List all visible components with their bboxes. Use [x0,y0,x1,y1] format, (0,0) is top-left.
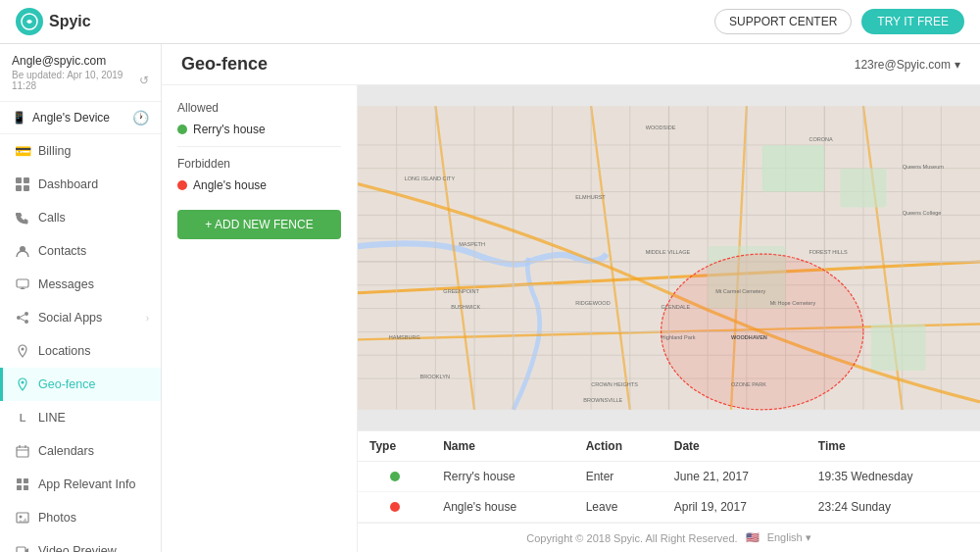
user-account-info: 123re@Spyic.com ▾ [855,58,960,72]
locations-icon [15,343,30,359]
header-actions: SUPPORT CENTER TRY IT FREE [714,9,964,34]
updated-text: Be updated: Apr 10, 2019 11:28 [12,70,135,91]
language-selector[interactable]: English ▾ [767,531,811,544]
action-cell: Leave [574,492,662,523]
svg-line-11 [21,319,24,321]
red-dot-icon [177,180,187,190]
svg-text:RIDGEWOOD: RIDGEWOOD [575,300,610,306]
divider [177,146,341,147]
svg-text:BROOKLYN: BROOKLYN [420,374,450,379]
svg-point-8 [24,312,28,316]
refresh-icon[interactable]: ↺ [139,74,149,87]
name-cell: Rerry's house [431,462,574,492]
video-preview-icon [15,543,30,552]
svg-text:BROWNSVILLE: BROWNSVILLE [583,397,622,403]
map-area: LONG ISLAND CITY WOODSIDE CORONA Queens … [358,85,980,430]
sidebar-device: 📱 Angle's Device 🕐 [0,102,161,134]
sidebar-item-locations[interactable]: Locations [0,334,161,368]
time-cell: 19:35 Wednesday [807,462,980,492]
table-row: Angle's house Leave April 19, 2017 23:24… [358,492,980,523]
svg-rect-21 [24,485,28,490]
dashboard-label: Dashboard [38,177,98,191]
svg-text:WOODHAVEN: WOODHAVEN [731,334,767,340]
logo-icon [16,8,43,35]
sidebar-item-app-relevant[interactable]: App Relevant Info [0,468,161,501]
sidebar-item-messages[interactable]: Messages [0,268,161,301]
geo-fence-label: Geo-fence [38,377,95,391]
sidebar-item-dashboard[interactable]: Dashboard [0,168,161,201]
dashboard-icon [15,176,30,192]
sidebar-item-video-preview[interactable]: Video Preview [0,534,161,552]
svg-text:ELMHURST: ELMHURST [575,194,606,200]
video-preview-label: Video Preview [38,544,117,552]
svg-text:MASPETH: MASPETH [459,241,485,247]
col-date: Date [662,431,807,462]
svg-rect-71 [871,324,926,371]
sidebar-item-contacts[interactable]: Contacts [0,234,161,268]
geo-fence-icon [15,376,30,392]
svg-rect-2 [24,177,29,183]
svg-rect-3 [16,185,22,191]
map-svg: LONG ISLAND CITY WOODSIDE CORONA Queens … [358,85,980,430]
svg-point-12 [22,348,24,351]
svg-text:BUSHWICK: BUSHWICK [451,304,480,310]
svg-rect-20 [17,485,22,490]
svg-rect-69 [840,169,887,208]
social-apps-label: Social Apps [38,311,102,325]
sidebar-item-calendars[interactable]: Calendars [0,434,161,468]
allowed-fence-item: Rerry's house [177,123,341,136]
support-center-button[interactable]: SUPPORT CENTER [714,9,852,34]
copyright-text: Copyright © 2018 Spyic. All Right Reserv… [526,532,737,544]
sidebar-item-billing[interactable]: 💳 Billing [0,134,161,168]
sidebar-item-photos[interactable]: Photos [0,501,161,534]
type-cell [358,462,431,492]
forbidden-section-title: Forbidden [177,157,341,171]
social-apps-icon [15,310,30,326]
svg-text:CORONA: CORONA [808,136,833,142]
clock-icon: 🕐 [132,110,149,125]
col-time: Time [807,431,980,462]
sidebar: Angle@spyic.com Be updated: Apr 10, 2019… [0,44,162,552]
calls-label: Calls [38,211,66,225]
allowed-section-title: Allowed [177,101,341,115]
sidebar-item-social-apps[interactable]: Social Apps › [0,301,161,334]
svg-line-10 [21,315,24,317]
svg-text:OZONE PARK: OZONE PARK [731,381,766,387]
svg-point-9 [24,320,28,324]
green-dot-icon [177,125,187,134]
sidebar-item-line[interactable]: L LINE [0,401,161,434]
sidebar-item-geo-fence[interactable]: Geo-fence [0,368,161,401]
svg-text:HAMSBURG: HAMSBURG [389,334,420,340]
svg-rect-18 [17,478,22,483]
forbidden-fence-name: Angle's house [193,178,267,192]
name-cell: Angle's house [431,492,574,523]
svg-point-7 [17,316,21,320]
add-new-fence-button[interactable]: + ADD NEW FENCE [177,210,341,239]
sidebar-nav: 💳 Billing Dashboard Calls Contacts [0,134,161,552]
svg-text:Mt Hope Cemetery: Mt Hope Cemetery [770,300,816,306]
green-type-dot [390,472,400,481]
svg-text:LONG ISLAND CITY: LONG ISLAND CITY [405,176,456,181]
calendars-label: Calendars [38,444,94,458]
messages-label: Messages [38,277,94,291]
col-action: Action [574,431,662,462]
table-row: Rerry's house Enter June 21, 2017 19:35 … [358,462,980,492]
header: Spyic SUPPORT CENTER TRY IT FREE [0,0,980,44]
events-table: Type Name Action Date Time [358,431,980,523]
try-free-button[interactable]: TRY IT FREE [861,9,964,34]
contacts-label: Contacts [38,244,86,258]
sidebar-updated: Be updated: Apr 10, 2019 11:28 ↺ [12,70,149,91]
sidebar-item-calls[interactable]: Calls [0,201,161,234]
main-container: Angle@spyic.com Be updated: Apr 10, 2019… [0,44,980,552]
svg-rect-4 [24,185,29,191]
app-relevant-icon [15,477,30,492]
dropdown-arrow-icon[interactable]: ▾ [955,58,960,72]
billing-label: Billing [38,144,71,158]
svg-rect-24 [17,547,25,552]
geo-fence-panel: Allowed Rerry's house Forbidden Angle's … [162,85,358,552]
svg-text:Queens College: Queens College [903,210,942,216]
content-area: Geo-fence 123re@Spyic.com ▾ Allowed Rerr… [162,44,980,552]
footer: Copyright © 2018 Spyic. All Right Reserv… [358,523,980,552]
sidebar-user-info: Angle@spyic.com Be updated: Apr 10, 2019… [0,44,161,102]
svg-text:Highland Park: Highland Park [662,334,696,340]
